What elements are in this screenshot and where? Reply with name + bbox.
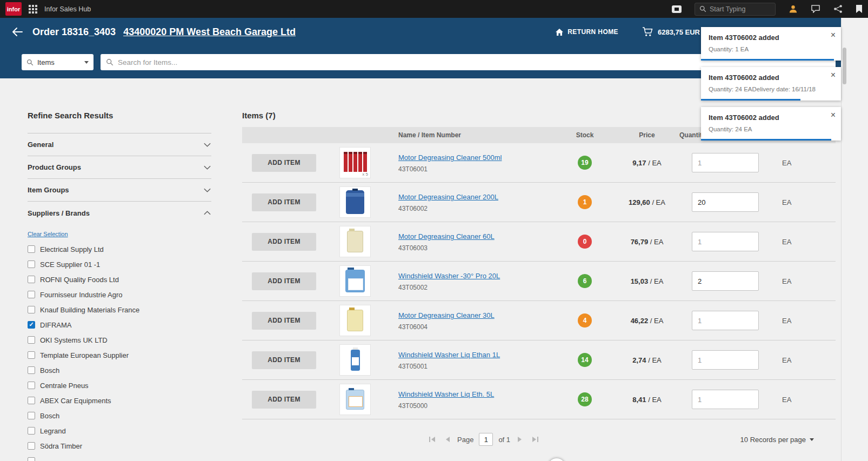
topbar-search[interactable] xyxy=(695,3,776,16)
supplier-filter-option[interactable]: Södra Timber xyxy=(28,438,211,453)
supplier-filter-option[interactable]: Bosch xyxy=(28,363,211,378)
product-image xyxy=(339,226,371,257)
first-page-button[interactable] xyxy=(427,436,438,443)
toast-detail: Quantity: 24 EADelivery date: 16/11/18 xyxy=(709,86,828,92)
product-image xyxy=(339,305,371,336)
close-icon[interactable]: × xyxy=(831,111,836,119)
scrollbar-thumb[interactable] xyxy=(843,48,846,84)
checkbox-icon[interactable] xyxy=(28,382,35,389)
item-name-link[interactable]: Motor Degreasing Cleaner 60L xyxy=(398,232,495,240)
toast-progress-bar xyxy=(701,139,831,141)
checkbox-icon[interactable] xyxy=(28,457,35,461)
search-category-select[interactable]: Items xyxy=(22,54,94,70)
supplier-filter-option[interactable]: Legrand xyxy=(28,423,211,438)
item-name-link[interactable]: Motor Degreasing Cleaner 500ml xyxy=(398,153,502,162)
item-name-link[interactable]: Windshield Washer Liq Ethan 1L xyxy=(398,351,500,359)
search-icon xyxy=(699,5,706,12)
supplier-filter-option[interactable]: Bosch xyxy=(28,408,211,423)
add-item-button[interactable]: ADD ITEM xyxy=(252,312,316,330)
prev-page-button[interactable] xyxy=(443,436,452,443)
supplier-filter-option[interactable]: DIFRAMA xyxy=(28,317,211,332)
quantity-input[interactable] xyxy=(692,311,759,330)
last-page-button[interactable] xyxy=(530,436,540,443)
cart-total: 6283,75 EUR xyxy=(658,28,700,36)
checkbox-icon[interactable] xyxy=(28,442,35,450)
checkbox-icon[interactable] xyxy=(28,291,35,298)
quantity-input[interactable] xyxy=(692,271,759,291)
add-item-button[interactable]: ADD ITEM xyxy=(252,272,316,290)
chat-icon[interactable] xyxy=(811,4,820,14)
add-item-button[interactable]: ADD ITEM xyxy=(252,233,316,251)
filter-section-header[interactable]: Product Groups xyxy=(28,156,211,179)
topbar-search-input[interactable] xyxy=(710,5,771,13)
filter-section-header[interactable]: Item Groups xyxy=(28,179,211,202)
item-number: 43T05002 xyxy=(398,284,555,291)
checkbox-icon[interactable] xyxy=(28,276,35,283)
supplier-label: Electrical Supply Ltd xyxy=(40,245,104,253)
records-per-page[interactable]: 10 Records per page xyxy=(740,427,814,452)
checkbox-icon[interactable] xyxy=(28,397,35,404)
clear-selection-link[interactable]: Clear Selection xyxy=(28,231,68,237)
item-name-link[interactable]: Windshield Washer -30° Pro 20L xyxy=(398,272,500,280)
page-input[interactable] xyxy=(479,433,493,446)
filter-section-header[interactable]: General xyxy=(28,133,211,156)
checkbox-icon[interactable] xyxy=(28,306,35,313)
supplier-label: Fournisseur Industrie Agro xyxy=(40,291,122,299)
filter-section-header[interactable]: Suppliers / Brands xyxy=(28,202,211,224)
supplier-filter-option[interactable]: Electrical Supply Ltd xyxy=(28,242,211,257)
user-icon[interactable] xyxy=(789,4,798,14)
quantity-input[interactable] xyxy=(692,192,759,212)
item-name-link[interactable]: Motor Degreasing Cleaner 30L xyxy=(398,311,495,319)
checkbox-icon[interactable] xyxy=(28,321,35,329)
checkbox-icon[interactable] xyxy=(28,351,35,359)
close-icon[interactable]: × xyxy=(831,31,836,39)
infor-logo[interactable]: infor xyxy=(5,2,22,16)
item-price: 46,22 / EA xyxy=(615,317,679,325)
supplier-filter-option[interactable] xyxy=(28,453,211,461)
next-page-button[interactable] xyxy=(516,436,524,443)
add-item-button[interactable]: ADD ITEM xyxy=(252,351,316,369)
checkbox-icon[interactable] xyxy=(28,412,35,419)
infor-logo-text: infor xyxy=(7,6,20,12)
item-name-link[interactable]: Windshield Washer Liq Eth. 5L xyxy=(398,390,494,398)
display-icon[interactable] xyxy=(672,5,682,13)
scrollbar-track[interactable] xyxy=(841,18,868,461)
return-home-button[interactable]: RETURN HOME xyxy=(555,28,618,36)
back-button[interactable] xyxy=(11,27,23,37)
bookmark-icon[interactable] xyxy=(856,4,863,14)
supplier-filter-option[interactable]: Template European Supplier xyxy=(28,348,211,363)
supplier-filter-option[interactable]: Knauf Building Materials France xyxy=(28,302,211,317)
item-price: 8,41 / EA xyxy=(615,396,679,404)
page-of-label: of 1 xyxy=(498,436,510,444)
supplier-filter-option[interactable]: Centrale Pneus xyxy=(28,378,211,393)
item-name-link[interactable]: Motor Degreasing Cleaner 200L xyxy=(398,193,498,201)
customer-link[interactable]: 43400020 PM West Beach Garage Ltd xyxy=(123,26,296,38)
share-icon[interactable] xyxy=(833,4,843,14)
add-item-button[interactable]: ADD ITEM xyxy=(252,154,316,172)
supplier-filter-option[interactable]: Fournisseur Industrie Agro xyxy=(28,287,211,302)
supplier-label: SCE Supplier 01 -1 xyxy=(40,260,100,269)
pagination: Page of 1 10 Records per page xyxy=(242,427,836,452)
app-launcher-icon[interactable] xyxy=(29,5,37,14)
checkbox-icon[interactable] xyxy=(28,260,35,268)
cart-summary[interactable]: 6283,75 EUR xyxy=(642,27,700,37)
supplier-label: Template European Supplier xyxy=(40,351,129,359)
quantity-input[interactable] xyxy=(692,350,759,370)
supplier-filter-option[interactable]: ROFNI Quality Foods Ltd xyxy=(28,272,211,287)
supplier-label: DIFRAMA xyxy=(40,321,72,329)
refine-title: Refine Search Results xyxy=(28,78,211,120)
add-item-button[interactable]: ADD ITEM xyxy=(252,391,316,409)
filter-section-label: Suppliers / Brands xyxy=(28,209,90,217)
supplier-filter-option[interactable]: ABEX Car Equipments xyxy=(28,393,211,408)
quantity-input[interactable] xyxy=(692,390,759,409)
checkbox-icon[interactable] xyxy=(28,245,35,253)
supplier-filter-option[interactable]: OKI Systems UK LTD xyxy=(28,332,211,348)
checkbox-icon[interactable] xyxy=(28,336,35,344)
checkbox-icon[interactable] xyxy=(28,366,35,374)
add-item-button[interactable]: ADD ITEM xyxy=(252,193,316,211)
quantity-input[interactable] xyxy=(692,232,759,251)
supplier-filter-option[interactable]: SCE Supplier 01 -1 xyxy=(28,257,211,272)
close-icon[interactable]: × xyxy=(831,71,836,79)
checkbox-icon[interactable] xyxy=(28,427,35,435)
quantity-input[interactable] xyxy=(692,153,759,172)
